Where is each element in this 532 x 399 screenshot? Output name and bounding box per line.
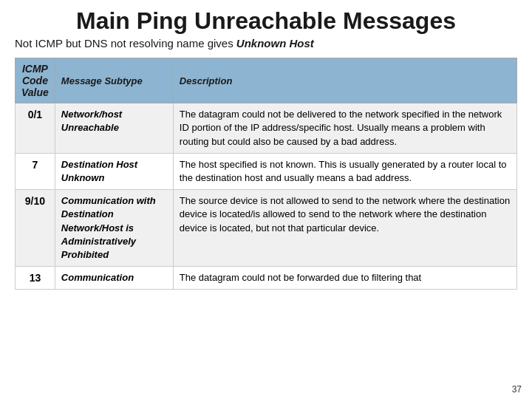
header-subtype: Message Subtype	[55, 58, 173, 103]
row-code-7: 7	[16, 153, 55, 189]
row-code-910: 9/10	[16, 190, 55, 267]
table-row: 7 Destination Host Unknown The host spec…	[16, 153, 517, 189]
row-desc-01: The datagram could not be delivered to t…	[173, 103, 516, 154]
page-subtitle: Not ICMP but DNS not resolving name give…	[15, 36, 517, 51]
page-title: Main Ping Unreachable Messages	[15, 7, 517, 35]
header-code: ICMP Code Value	[16, 58, 55, 103]
icmp-table: ICMP Code Value Message Subtype Descript…	[15, 58, 517, 289]
subtitle-normal: Not ICMP but DNS not resolving name give…	[15, 37, 236, 50]
header-description: Description	[173, 58, 516, 103]
page-number: 37	[512, 384, 522, 395]
row-code-01: 0/1	[16, 103, 55, 154]
row-subtype-01: Network/host Unreachable	[55, 103, 173, 154]
table-header-row: ICMP Code Value Message Subtype Descript…	[16, 58, 517, 103]
page-container: Main Ping Unreachable Messages Not ICMP …	[0, 0, 532, 399]
row-desc-910: The source device is not allowed to send…	[173, 190, 516, 267]
row-code-13: 13	[16, 267, 55, 290]
table-row: 13 Communication The datagram could not …	[16, 267, 517, 290]
row-subtype-910: Communication with Destination Network/H…	[55, 190, 173, 267]
table-row: 0/1 Network/host Unreachable The datagra…	[16, 103, 517, 154]
row-desc-13: The datagram could not be forwarded due …	[173, 267, 516, 290]
table-row: 9/10 Communication with Destination Netw…	[16, 190, 517, 267]
row-subtype-7: Destination Host Unknown	[55, 153, 173, 189]
subtitle-italic: Unknown Host	[236, 37, 314, 50]
row-subtype-13: Communication	[55, 267, 173, 290]
row-desc-7: The host specified is not known. This is…	[173, 153, 516, 189]
